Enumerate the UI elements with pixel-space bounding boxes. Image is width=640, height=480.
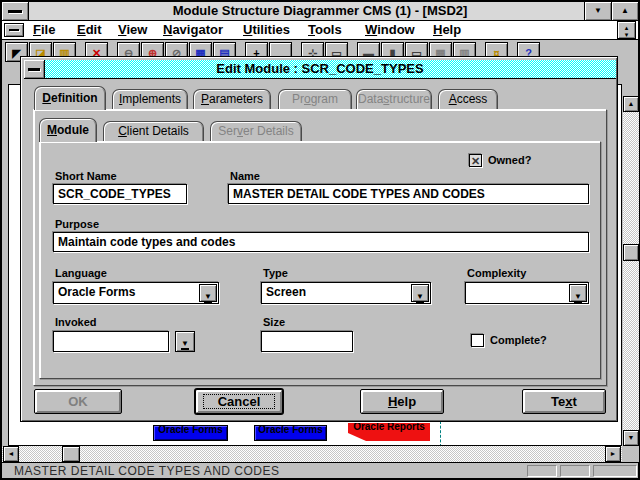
short-name-input[interactable]: SCR_CODE_TYPES <box>53 184 187 204</box>
menu-help[interactable]: Help <box>433 22 461 37</box>
scroll-right-button[interactable]: ► <box>605 446 621 462</box>
menu-tools[interactable]: Tools <box>308 22 342 37</box>
maximize-icon: ▲ <box>621 6 629 15</box>
cancel-button[interactable]: Cancel <box>195 389 283 414</box>
dropdown-arrow-icon: ▼ <box>181 339 189 350</box>
dropdown-arrow-icon: ▼ <box>416 292 424 303</box>
status-panel <box>527 465 557 477</box>
mdi-system-icon <box>9 29 19 31</box>
scrollbar-corner <box>623 446 639 462</box>
owned-check-icon: ✕ <box>471 155 480 167</box>
menu-view[interactable]: View <box>118 22 147 37</box>
application-window: Module Structure Diagrammer CMS (1) - [M… <box>0 0 640 480</box>
vertical-scrollbar[interactable]: ▲ ▼ <box>623 96 639 446</box>
status-text: MASTER DETAIL CODE TYPES AND CODES <box>14 464 280 478</box>
scroll-down-icon: ▼ <box>628 434 635 441</box>
minimize-button[interactable]: ▼ <box>584 2 611 20</box>
complexity-combobox[interactable]: ▼ <box>465 282 589 304</box>
horizontal-scrollbar[interactable]: ◄ ► <box>2 446 622 462</box>
status-panel <box>560 465 590 477</box>
module-node[interactable]: Oracle Forms <box>254 425 327 441</box>
short-name-value: SCR_CODE_TYPES <box>54 185 186 203</box>
horizontal-scroll-thumb[interactable] <box>62 446 80 462</box>
menu-navigator[interactable]: Navigator <box>163 22 223 37</box>
scroll-down-button[interactable]: ▼ <box>623 430 639 446</box>
scroll-right-icon: ► <box>610 450 617 457</box>
dropdown-arrow-icon: ▼ <box>574 292 582 303</box>
complete-label: Complete? <box>490 334 547 346</box>
restore-down-icon: ▾ <box>625 31 629 38</box>
guide-line <box>440 421 441 446</box>
module-form: ✕ Owned? Short Name SCR_CODE_TYPES Name … <box>21 57 619 423</box>
owned-label: Owned? <box>488 154 531 166</box>
report-node-label: Oracle Reports <box>348 423 430 432</box>
short-name-label: Short Name <box>55 170 117 182</box>
maximize-button[interactable]: ▲ <box>611 2 638 20</box>
help-button-label: Help <box>388 394 416 409</box>
ok-button: OK <box>34 389 122 414</box>
menu-window[interactable]: Window <box>365 22 415 37</box>
scroll-left-icon: ◄ <box>8 450 15 457</box>
invoked-dropdown-button[interactable]: ▼ <box>175 331 195 352</box>
menu-edit[interactable]: Edit <box>77 22 102 37</box>
module-node-label: Oracle Forms <box>154 425 227 435</box>
restore-up-icon: ▴ <box>625 24 629 31</box>
language-combobox[interactable]: Oracle Forms ▼ <box>53 282 219 304</box>
name-label: Name <box>230 170 260 182</box>
invoked-label: Invoked <box>55 316 97 328</box>
scroll-up-button[interactable]: ▲ <box>623 96 639 112</box>
scroll-up-icon: ▲ <box>628 100 635 107</box>
status-panel <box>593 465 637 477</box>
purpose-value: Maintain code types and codes <box>54 233 588 251</box>
invoked-input[interactable] <box>53 331 169 352</box>
type-dropdown-button[interactable]: ▼ <box>411 284 429 302</box>
language-label: Language <box>55 267 107 279</box>
language-value: Oracle Forms <box>54 283 218 301</box>
type-label: Type <box>263 267 288 279</box>
system-menu-button[interactable] <box>2 2 29 20</box>
complete-checkbox[interactable] <box>471 334 484 347</box>
module-node-label: Oracle Forms <box>255 425 326 435</box>
purpose-label: Purpose <box>55 218 99 230</box>
titlebar-buttons: ▼ ▲ <box>584 2 638 20</box>
purpose-input[interactable]: Maintain code types and codes <box>53 232 589 252</box>
complexity-dropdown-button[interactable]: ▼ <box>569 284 587 302</box>
menu-utilities[interactable]: Utilities <box>243 22 290 37</box>
edit-module-dialog: Edit Module : SCR_CODE_TYPES Definition … <box>20 56 618 422</box>
owned-checkbox[interactable]: ✕ <box>469 154 482 167</box>
dropdown-arrow-icon: ▼ <box>204 292 212 303</box>
size-input[interactable] <box>261 331 353 352</box>
text-button-label: Text <box>551 394 577 409</box>
statusbar: MASTER DETAIL CODE TYPES AND CODES <box>2 462 638 478</box>
app-title: Module Structure Diagrammer CMS (1) - [M… <box>2 2 638 20</box>
mdi-restore-button[interactable]: ▴▾ <box>617 21 636 39</box>
name-input[interactable]: MASTER DETAIL CODE TYPES AND CODES <box>228 184 589 204</box>
module-node[interactable]: Oracle Forms <box>153 425 228 441</box>
name-value: MASTER DETAIL CODE TYPES AND CODES <box>229 185 588 203</box>
menu-file[interactable]: File <box>33 22 55 37</box>
type-combobox[interactable]: Screen ▼ <box>261 282 431 304</box>
text-button[interactable]: Text <box>522 389 606 414</box>
help-button[interactable]: Help <box>360 389 444 414</box>
vertical-scroll-thumb[interactable] <box>623 244 639 261</box>
size-label: Size <box>263 316 285 328</box>
system-menu-icon <box>8 10 22 13</box>
scroll-left-button[interactable]: ◄ <box>3 446 19 462</box>
type-value: Screen <box>262 283 430 301</box>
ok-button-label: OK <box>68 394 88 409</box>
mdi-child-system-button[interactable] <box>4 23 24 37</box>
language-dropdown-button[interactable]: ▼ <box>199 284 217 302</box>
menubar: File Edit View Navigator Utilities Tools… <box>2 21 638 40</box>
focus-rectangle <box>203 394 275 409</box>
report-node[interactable]: Oracle Reports <box>348 423 430 441</box>
app-titlebar: Module Structure Diagrammer CMS (1) - [M… <box>2 2 638 21</box>
complexity-label: Complexity <box>467 267 526 279</box>
minimize-icon: ▼ <box>594 6 602 15</box>
